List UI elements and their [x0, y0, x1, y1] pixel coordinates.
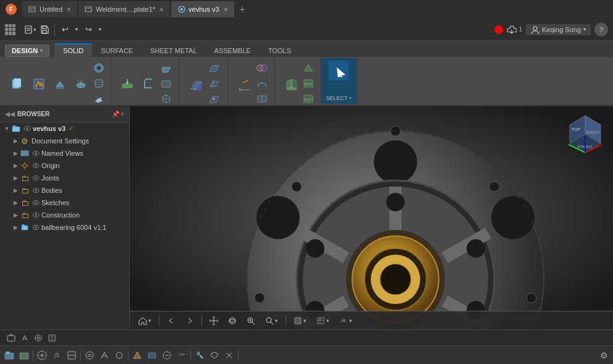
bodies-toggle[interactable]: ▶	[11, 187, 20, 193]
grid-button[interactable]: ▾	[313, 315, 333, 326]
joints-eye[interactable]	[32, 174, 40, 182]
tab-weldment[interactable]: Weldment....plate1* ✕	[78, 1, 170, 17]
status-icon-4[interactable]	[46, 332, 58, 344]
undo-button[interactable]: ↩	[57, 22, 72, 37]
ballbearing-toggle[interactable]: ▶	[11, 224, 20, 231]
tab-assemble[interactable]: ASSEMBLE	[206, 44, 260, 57]
bottom-icon-15[interactable]	[222, 349, 236, 362]
measure-button[interactable]	[234, 74, 253, 93]
construction-toggle[interactable]: ▶	[11, 212, 20, 218]
tree-item-sketches[interactable]: ▶ 🗀 Sketches	[0, 197, 129, 209]
bottom-icon-12[interactable]	[175, 349, 188, 362]
interference-button[interactable]	[255, 61, 269, 75]
tab-sheet-metal[interactable]: SHEET METAL	[142, 44, 205, 57]
tree-root-item[interactable]: ▼ vevhus v3 ✓	[0, 122, 129, 135]
insert-svg-button[interactable]: SVG	[301, 76, 316, 91]
display-mode-button[interactable]: ▾	[290, 315, 310, 326]
nav-fwd-button[interactable]	[182, 315, 198, 326]
tab-solid[interactable]: SOLID	[54, 43, 92, 57]
sketches-eye[interactable]	[32, 198, 40, 207]
browser-collapse-arrow[interactable]: ◀◀	[5, 111, 15, 117]
bottom-icon-1[interactable]	[2, 349, 16, 362]
shell-button[interactable]	[159, 76, 174, 91]
tab-close-untitled[interactable]: ✕	[66, 6, 71, 13]
fit-button[interactable]: ▾	[261, 315, 282, 326]
select-button[interactable]	[329, 61, 349, 80]
tab-vevhus[interactable]: vevhus v3 ✕	[171, 1, 234, 17]
curvature-button[interactable]	[255, 76, 269, 91]
bottom-icon-14[interactable]	[208, 349, 221, 362]
status-icon-3[interactable]	[32, 332, 44, 344]
offset-plane-button[interactable]	[185, 74, 205, 93]
cloud-save-button[interactable]: 1	[507, 25, 522, 35]
bottom-icon-13[interactable]: 🔧	[193, 349, 206, 362]
joints-toggle[interactable]: ▶	[11, 175, 20, 181]
file-menu-button[interactable]: ▾	[22, 22, 37, 37]
construction-eye[interactable]	[32, 211, 40, 219]
origin-eye[interactable]	[32, 161, 40, 170]
redo-dropdown[interactable]: ▾	[96, 22, 104, 37]
tab-untitled[interactable]: Untitled ✕	[22, 1, 77, 17]
bottom-icon-9[interactable]	[130, 349, 144, 362]
bottom-icon-3[interactable]	[35, 349, 49, 362]
tree-item-ballbearing[interactable]: ▶ ballbearing 6004 v1:1	[0, 221, 129, 234]
nav-back-button[interactable]	[163, 315, 179, 326]
user-profile-button[interactable]: Keqing Song ▾	[526, 24, 591, 35]
new-component-button[interactable]	[7, 74, 27, 93]
tree-item-doc-settings[interactable]: ▶ ⚙ Document Settings	[0, 135, 129, 147]
chamfer-button[interactable]	[159, 61, 174, 75]
extrude-button[interactable]	[49, 74, 69, 93]
bodies-eye[interactable]	[32, 186, 40, 195]
fillet-button[interactable]	[138, 74, 158, 93]
zoom-button[interactable]	[243, 315, 259, 326]
section-analysis-button[interactable]	[255, 91, 269, 106]
bottom-icon-7[interactable]	[98, 349, 111, 362]
bottom-icon-2[interactable]	[17, 349, 31, 362]
tree-root-toggle[interactable]: ▼	[2, 125, 11, 132]
design-dropdown[interactable]: DESIGN ▾	[5, 44, 49, 57]
tab-add-button[interactable]: ＋	[235, 2, 249, 16]
insert-dxf-button[interactable]: DXF	[301, 91, 316, 106]
status-icon-2[interactable]	[19, 332, 31, 344]
save-button[interactable]	[37, 22, 52, 37]
insert-derive-button[interactable]	[280, 74, 300, 93]
doc-settings-toggle[interactable]: ▶	[11, 138, 20, 144]
offset-plane2-button[interactable]	[206, 61, 221, 75]
tab-close-vevhus[interactable]: ✕	[223, 6, 228, 13]
plane-tangent-button[interactable]	[206, 91, 221, 106]
browser-options-button[interactable]: ≡	[120, 111, 124, 117]
tab-tools[interactable]: TOOLS	[260, 44, 300, 57]
undo-dropdown[interactable]: ▾	[72, 22, 81, 37]
settings-button[interactable]: ⚙	[597, 349, 611, 362]
hole-button[interactable]	[91, 61, 106, 75]
pan-button[interactable]	[206, 315, 222, 326]
named-views-eye[interactable]	[32, 149, 40, 158]
select-section-label[interactable]: SELECT ▾	[326, 95, 352, 101]
press-pull-button[interactable]	[117, 74, 137, 93]
orientation-cube[interactable]: RIGHT TOP FRONT	[564, 112, 607, 156]
browser-pin-button[interactable]: 📌	[112, 111, 119, 117]
bottom-icon-5[interactable]	[65, 349, 78, 362]
box-button[interactable]	[91, 91, 106, 106]
scale-button[interactable]	[159, 91, 174, 106]
help-button[interactable]: ?	[594, 23, 608, 36]
tree-item-named-views[interactable]: ▶ Named Views	[0, 147, 129, 159]
named-views-toggle[interactable]: ▶	[11, 150, 20, 156]
new-sketch-button[interactable]	[28, 74, 48, 93]
tab-surface[interactable]: SURFACE	[92, 44, 142, 57]
env-button[interactable]: ▾	[336, 315, 356, 326]
root-visibility-icon[interactable]	[23, 124, 32, 133]
app-grid-button[interactable]	[5, 22, 20, 37]
midplane-button[interactable]	[206, 76, 221, 91]
insert-mesh-button[interactable]	[301, 61, 316, 75]
redo-button[interactable]: ↪	[81, 22, 96, 37]
thread-button[interactable]	[91, 76, 106, 91]
bottom-icon-6[interactable]	[83, 349, 96, 362]
tree-item-origin[interactable]: ▶ Origin	[0, 159, 129, 172]
origin-toggle[interactable]: ▶	[11, 163, 20, 169]
record-button[interactable]	[494, 25, 503, 34]
tree-item-construction[interactable]: ▶ 🗀 Construction	[0, 209, 129, 221]
orbit-button[interactable]	[224, 315, 240, 326]
sketches-toggle[interactable]: ▶	[11, 200, 20, 206]
bottom-icon-4[interactable]	[50, 349, 64, 362]
